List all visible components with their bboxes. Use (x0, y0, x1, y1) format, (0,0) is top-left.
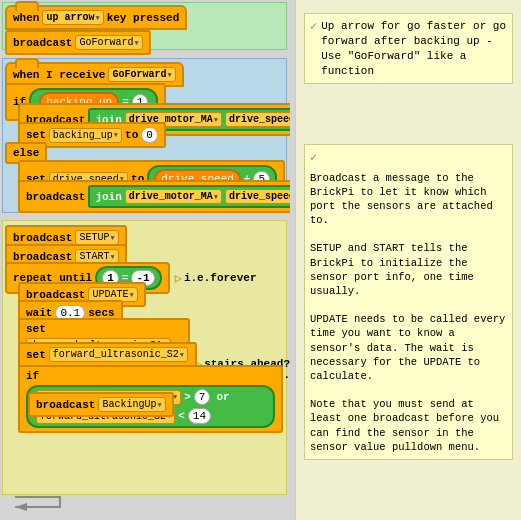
if2-val2: 14 (188, 408, 211, 424)
bottom-comment-text: Broadcast a message to the BrickPi to le… (310, 171, 507, 454)
top-comment-text: Up arrow for go faster or go forward aft… (321, 19, 507, 78)
broadcast-setup-label: broadcast (13, 232, 72, 244)
if2-op1: > (184, 391, 191, 403)
right-panel: ✓ Up arrow for go faster or go forward a… (295, 0, 521, 520)
if2-or: or (216, 391, 229, 403)
broadcast-join-2-block[interactable]: broadcast join drive_motor_MA drive_spee… (18, 180, 290, 213)
when-receive-label: when I receive (13, 69, 105, 81)
when-receive-value[interactable]: GoForward (108, 67, 175, 82)
set1-label: set (26, 129, 46, 141)
broadcast-goforward-block[interactable]: broadcast GoForward (5, 30, 151, 55)
if2-val1: 7 (194, 389, 211, 405)
when-hat-block[interactable]: when up arrow key pressed (5, 5, 187, 30)
top-comment-box: ✓ Up arrow for go faster or go forward a… (304, 13, 513, 84)
set1-to: to (125, 129, 138, 141)
if2-op2: < (178, 410, 185, 422)
main-container: when up arrow key pressed broadcast GoFo… (0, 0, 521, 520)
join-block-2: join drive_motor_MA drive_speed (88, 185, 290, 208)
if2-label: if (26, 370, 39, 382)
ie-forever-label: i.e.forever (184, 272, 257, 284)
set1-value: 0 (141, 127, 158, 143)
broadcast3-label: broadcast (26, 191, 85, 203)
broadcast-backingup-group: broadcast BackingUp (28, 392, 174, 417)
broadcast-setup-value[interactable]: SETUP (75, 230, 118, 245)
ie-forever-arrow: ▷ (175, 271, 182, 286)
set-downward-label: set (26, 323, 46, 335)
blocks-area: when up arrow key pressed broadcast GoFo… (0, 0, 290, 520)
key-pressed-label: key pressed (107, 12, 180, 24)
set-forward-var[interactable]: forward_ultrasonic_S2 (49, 347, 188, 362)
loop-arrow-group (10, 492, 70, 515)
key-dropdown[interactable]: up arrow (42, 10, 103, 25)
checkmark-bottom: ✓ (310, 150, 317, 166)
join2-val2[interactable]: drive_speed (225, 189, 290, 204)
broadcast-start-label: broadcast (13, 251, 72, 263)
broadcast-goforward-group: broadcast GoForward (5, 30, 151, 55)
when-block-group: when up arrow key pressed (5, 5, 187, 30)
broadcast-join-2-group: broadcast join drive_motor_MA drive_spee… (18, 180, 290, 213)
loop-back-arrow (10, 492, 70, 512)
checkmark-top: ✓ (310, 19, 317, 35)
set-forward-label: set (26, 349, 46, 361)
broadcast-update-label: broadcast (26, 289, 85, 301)
set1-var[interactable]: backing_up (49, 128, 122, 143)
broadcast1-label: broadcast (13, 37, 72, 49)
else-label: else (13, 147, 39, 159)
broadcast1-value[interactable]: GoForward (75, 35, 142, 50)
broadcast-backingup-label: broadcast (36, 399, 95, 411)
broadcast-backingup-value[interactable]: BackingUp (98, 397, 165, 412)
join2-val1[interactable]: drive_motor_MA (125, 189, 222, 204)
when-label: when (13, 12, 39, 24)
join1-val2[interactable]: drive_speed (225, 112, 290, 127)
bottom-comment-box: ✓ Broadcast a message to the BrickPi to … (304, 144, 513, 460)
broadcast-backingup-block[interactable]: broadcast BackingUp (28, 392, 174, 417)
